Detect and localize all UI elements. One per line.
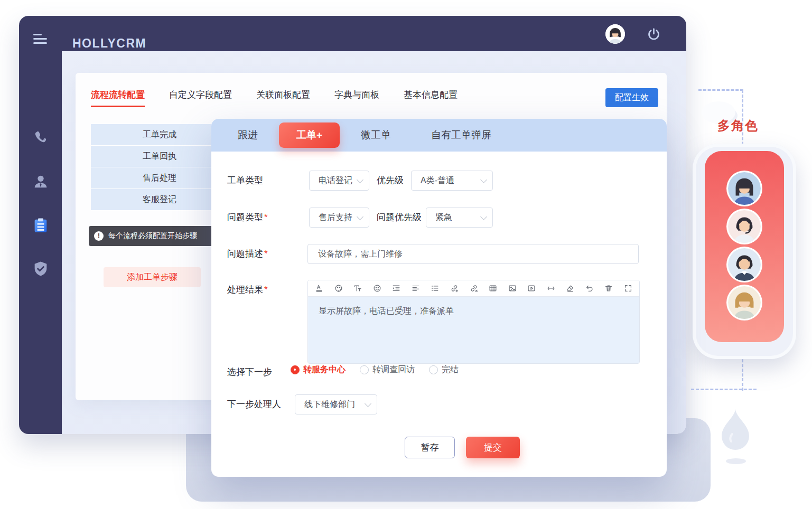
workflow-notice: ! 每个流程必须配置开始步骤: [89, 226, 220, 246]
workflow-step-item[interactable]: 工单回执: [91, 146, 228, 167]
phone-icon[interactable]: [32, 128, 50, 146]
modal-tab-bar: 跟进工单+微工单自有工单弹屏: [211, 119, 667, 152]
image-icon[interactable]: [508, 284, 517, 293]
indent-icon[interactable]: [391, 284, 401, 293]
user-avatar[interactable]: [605, 24, 625, 44]
radio-label: 转服务中心: [303, 364, 346, 375]
modal-tab[interactable]: 自有工单弹屏: [431, 128, 491, 142]
page-tab[interactable]: 关联面板配置: [256, 89, 310, 107]
issue-priority-label: 问题优先级: [377, 211, 422, 223]
undo-icon[interactable]: [585, 284, 594, 293]
multi-role-label: 多角色: [717, 117, 759, 134]
ticket-type-label: 工单类型: [227, 174, 263, 186]
apply-config-button[interactable]: 配置生效: [605, 88, 658, 107]
save-draft-button[interactable]: 暂存: [405, 437, 455, 458]
next-step-options: 转服务中心转调查回访完结: [291, 364, 459, 375]
eraser-icon[interactable]: [565, 284, 575, 293]
priority-select[interactable]: A类-普通: [411, 171, 493, 191]
next-step-label: 选择下一步: [227, 366, 272, 378]
result-label: 处理结果*: [227, 284, 268, 296]
list-icon[interactable]: [430, 284, 440, 293]
fullscreen-icon[interactable]: [623, 284, 633, 293]
security-icon[interactable]: [32, 260, 50, 278]
issue-desc-label: 问题描述*: [227, 248, 268, 260]
guide-dash-line: [698, 89, 743, 91]
workorder-icon[interactable]: [32, 216, 50, 234]
editor-content[interactable]: 显示屏故障，电话已受理，准备派单: [308, 297, 639, 363]
workflow-step-item[interactable]: 客服登记: [91, 189, 228, 211]
add-link-icon[interactable]: [450, 284, 459, 293]
issue-desc-input[interactable]: [307, 244, 639, 264]
roles-device-frame: [693, 144, 796, 359]
chevron-down-icon: [357, 176, 363, 183]
female-agent-avatar: [726, 171, 762, 206]
palette-icon[interactable]: [334, 284, 343, 293]
next-handler-label: 下一步处理人: [227, 398, 281, 410]
chevron-down-icon: [357, 213, 363, 220]
page-tabs: 流程流转配置自定义字段配置关联面板配置字典与面板基本信息配置: [91, 89, 458, 107]
blonde-agent-avatar: [726, 285, 762, 321]
contacts-icon[interactable]: [32, 173, 50, 191]
align-icon[interactable]: [411, 284, 421, 293]
table-icon[interactable]: [488, 284, 498, 293]
radio-label: 完结: [442, 364, 459, 375]
trash-icon[interactable]: [604, 284, 613, 293]
workflow-step-list: 工单完成工单回执售后处理客服登记: [91, 124, 228, 211]
editor-toolbar: [308, 280, 639, 297]
submit-button[interactable]: 提交: [466, 437, 520, 458]
add-step-button[interactable]: 添加工单步骤: [104, 267, 201, 287]
divider-icon[interactable]: [546, 284, 556, 293]
modal-tab[interactable]: 跟进: [238, 128, 258, 142]
drop-shape: [722, 409, 749, 450]
power-icon[interactable]: [647, 27, 661, 41]
next-step-radio[interactable]: 转服务中心: [291, 364, 346, 375]
menu-icon[interactable]: [33, 34, 47, 44]
chevron-down-icon: [365, 400, 371, 407]
chevron-down-icon: [480, 213, 487, 220]
chevron-down-icon: [480, 176, 487, 183]
required-asterisk: *: [264, 285, 268, 295]
ticket-type-select[interactable]: 电话登记: [309, 171, 369, 191]
modal-tab[interactable]: 工单+: [279, 122, 340, 148]
font-style-icon[interactable]: [314, 284, 324, 293]
workflow-step-item[interactable]: 售后处理: [91, 167, 228, 189]
screen: HOLLYCRM 流程流转配置自定义字段配置关联面板配置字典与面板基本信息配: [0, 0, 812, 509]
page-tab[interactable]: 自定义字段配置: [169, 89, 232, 107]
page-tab[interactable]: 流程流转配置: [91, 89, 145, 107]
ticket-modal: 跟进工单+微工单自有工单弹屏 工单类型 电话登记 优先级 A类-普通 问题类型*…: [211, 119, 667, 477]
notice-text: 每个流程必须配置开始步骤: [108, 231, 197, 241]
next-handler-select[interactable]: 线下维修部门: [295, 394, 377, 414]
radio-icon: [429, 365, 438, 374]
app-brand: HOLLYCRM: [72, 36, 146, 51]
radio-icon: [291, 365, 300, 374]
headset-agent-avatar: [726, 209, 762, 244]
page-tab[interactable]: 基本信息配置: [404, 89, 458, 107]
issue-type-select[interactable]: 售后支持: [309, 208, 369, 228]
next-step-radio[interactable]: 完结: [429, 364, 459, 375]
issue-priority-select[interactable]: 紧急: [426, 208, 493, 228]
radio-label: 转调查回访: [372, 364, 415, 375]
exclamation-icon: !: [94, 231, 104, 241]
issue-type-label: 问题类型*: [227, 211, 268, 223]
page-tab[interactable]: 字典与面板: [334, 89, 379, 107]
modal-tab[interactable]: 微工单: [361, 128, 391, 142]
remove-link-icon[interactable]: [469, 284, 479, 293]
font-size-icon[interactable]: [353, 284, 362, 293]
required-asterisk: *: [264, 212, 268, 222]
required-asterisk: *: [264, 249, 268, 259]
video-icon[interactable]: [527, 284, 536, 293]
drop-shadow: [726, 458, 746, 464]
radio-icon: [360, 365, 369, 374]
next-step-radio[interactable]: 转调查回访: [360, 364, 415, 375]
roles-panel: [705, 151, 784, 342]
rich-text-editor: 显示屏故障，电话已受理，准备派单: [307, 280, 640, 364]
emoji-icon[interactable]: [372, 284, 382, 293]
workflow-step-item[interactable]: 工单完成: [91, 124, 228, 146]
guide-dash-line: [691, 389, 757, 390]
priority-label: 优先级: [377, 174, 404, 186]
male-agent-avatar: [726, 247, 762, 282]
